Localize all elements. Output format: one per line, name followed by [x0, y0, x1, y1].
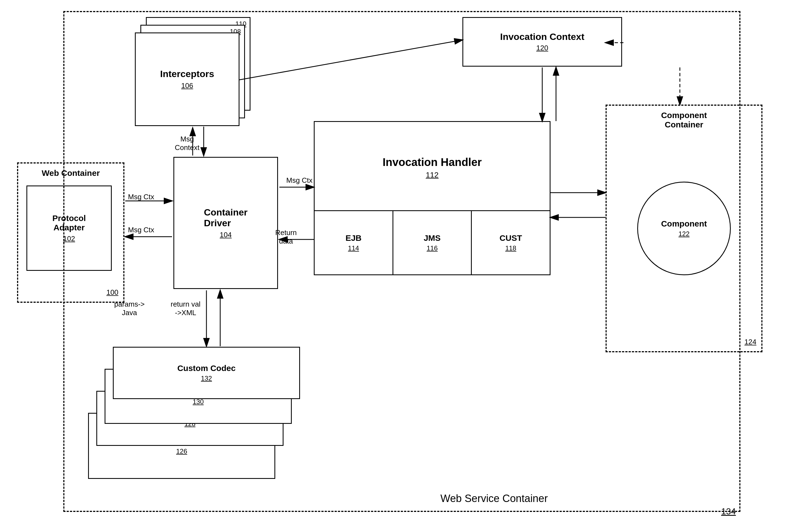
custom-codec-label: Custom Codec — [177, 364, 235, 373]
component-number: 122 — [679, 230, 690, 238]
component-container-number: 124 — [744, 338, 756, 346]
jms-label: JMS — [423, 233, 441, 243]
jms-box: JMS 116 — [393, 211, 472, 274]
invocation-context-number: 120 — [536, 44, 548, 52]
custom-codec-number: 132 — [201, 375, 212, 382]
protocol-adapter-number: 102 — [63, 234, 75, 243]
component-circle: Component 122 — [637, 182, 731, 275]
protocol-adapter-box: ProtocolAdapter 102 — [26, 186, 112, 271]
custom-codec-box: Custom Codec 132 — [113, 347, 300, 399]
msg-ctx-label-3: Msg Ctx — [286, 176, 313, 185]
diagram-container: Web Service Container 134 Web Container … — [0, 0, 793, 532]
return-val-xml-label: return val->XML — [171, 300, 201, 317]
web-service-container-number: 134 — [721, 507, 736, 517]
web-container-label: Web Container — [41, 168, 100, 178]
web-container-box: Web Container ProtocolAdapter 102 100 — [17, 163, 125, 303]
lit-xml-codec-number: 130 — [193, 398, 204, 406]
invocation-handler-box: Invocation Handler 112 EJB 114 JMS 116 C… — [314, 121, 550, 275]
protocol-adapter-label: ProtocolAdapter — [52, 213, 86, 232]
interceptors-label: Interceptors — [160, 69, 214, 79]
invocation-handler-label: Invocation Handler — [383, 156, 482, 168]
java-binding-codec-number: 126 — [176, 448, 187, 455]
component-container-box: ComponentContainer Component 122 124 — [606, 104, 762, 352]
ejb-label: EJB — [345, 233, 361, 243]
container-driver-box: ContainerDriver 104 — [173, 157, 278, 289]
container-driver-number: 104 — [220, 231, 231, 239]
return-data-label: Returndata — [275, 228, 297, 246]
cust-number: 118 — [505, 244, 516, 252]
component-label: Component — [661, 219, 707, 228]
jms-number: 116 — [427, 244, 438, 252]
params-java-label: params->Java — [114, 300, 145, 317]
msg-context-label: MsgContext — [175, 135, 200, 152]
invocation-context-label: Invocation Context — [500, 31, 584, 42]
ejb-box: EJB 114 — [315, 211, 393, 274]
web-container-number: 100 — [107, 288, 118, 297]
cust-label: CUST — [499, 233, 522, 243]
component-container-label: ComponentContainer — [661, 111, 707, 129]
msg-ctx-label-2: Msg Ctx — [128, 226, 154, 234]
msg-ctx-label-1: Msg Ctx — [128, 193, 154, 201]
invocation-handler-number: 112 — [426, 171, 439, 179]
ejb-number: 114 — [348, 244, 359, 252]
interceptors-box: Interceptors 106 — [135, 33, 240, 126]
container-driver-label: ContainerDriver — [204, 207, 248, 228]
cust-box: CUST 118 — [472, 211, 550, 274]
interceptors-number: 106 — [181, 81, 193, 90]
invocation-context-box: Invocation Context 120 — [462, 17, 622, 66]
